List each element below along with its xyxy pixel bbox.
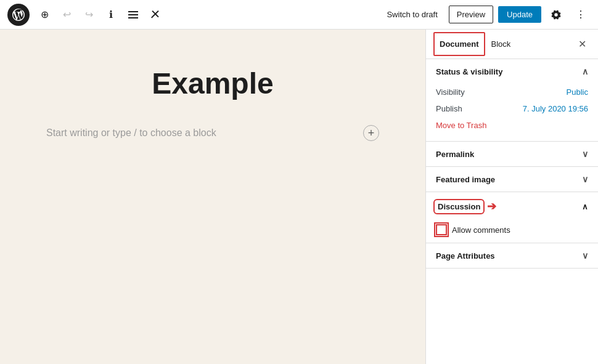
visibility-row: Visibility Public (436, 84, 588, 100)
publish-value[interactable]: 7. July 2020 19:56 (523, 104, 588, 113)
permalink-section: Permalink ∨ (426, 142, 598, 167)
visibility-label: Visibility (436, 87, 567, 97)
toolbar-icons: ⊕ ↩ ↪ ℹ (35, 5, 375, 25)
allow-comments-label: Allow comments (452, 225, 510, 235)
settings-button[interactable] (546, 5, 566, 25)
tab-document[interactable]: Document (433, 32, 485, 56)
discussion-chevron-icon: ∧ (582, 202, 588, 211)
featured-image-title: Featured image (436, 175, 495, 184)
editor-area[interactable]: Example Start writing or type / to choos… (0, 30, 425, 364)
sidebar-close-button[interactable]: ✕ (573, 36, 591, 53)
switch-to-draft-button[interactable]: Switch to draft (380, 6, 443, 23)
allow-comments-checkbox[interactable] (436, 224, 447, 235)
wp-logo-icon (12, 9, 25, 21)
topbar: ⊕ ↩ ↪ ℹ Switch to draft Preview Update ⋮ (0, 0, 598, 30)
topbar-right: Switch to draft Preview Update ⋮ (380, 5, 591, 25)
discussion-section: Discussion ➔ ∧ Allow comments (426, 192, 598, 243)
update-button[interactable]: Update (498, 6, 541, 23)
sidebar: Document Block ✕ Status & visibility ∧ V… (425, 30, 598, 364)
permalink-chevron-icon: ∨ (582, 149, 588, 159)
permalink-title: Permalink (436, 150, 474, 159)
featured-image-section: Featured image ∨ (426, 167, 598, 192)
status-visibility-title: Status & visibility (436, 67, 502, 76)
status-visibility-section: Status & visibility ∧ Visibility Public … (426, 59, 598, 142)
status-visibility-body: Visibility Public Publish 7. July 2020 1… (426, 84, 598, 141)
editor-placeholder-row: Start writing or type / to choose a bloc… (46, 125, 379, 141)
move-to-trash-link[interactable]: Move to Trash (436, 117, 588, 134)
page-attributes-section: Page Attributes ∨ (426, 243, 598, 269)
wp-logo (7, 4, 30, 26)
svg-rect-1 (128, 14, 138, 15)
discussion-arrow-icon: ➔ (487, 200, 496, 213)
undo-button[interactable]: ↩ (57, 5, 76, 25)
tab-block[interactable]: Block (485, 32, 517, 56)
status-visibility-header[interactable]: Status & visibility ∧ (426, 59, 598, 84)
featured-image-chevron-icon: ∨ (582, 174, 588, 184)
page-attributes-title: Page Attributes (436, 251, 495, 261)
post-title[interactable]: Example (152, 67, 273, 100)
status-visibility-chevron-icon: ∧ (582, 67, 588, 76)
permalink-header[interactable]: Permalink ∨ (426, 142, 598, 166)
add-block-inline-button[interactable]: + (363, 125, 379, 141)
page-attributes-chevron-icon: ∨ (582, 251, 588, 261)
featured-image-header[interactable]: Featured image ∨ (426, 167, 598, 192)
redo-button[interactable]: ↪ (79, 5, 99, 25)
allow-comments-row: Allow comments (426, 220, 598, 243)
svg-rect-2 (128, 17, 138, 18)
page-attributes-header[interactable]: Page Attributes ∨ (426, 243, 598, 268)
tools-icon (150, 10, 160, 20)
add-block-button[interactable]: ⊕ (35, 5, 54, 25)
discussion-title: Discussion (436, 201, 482, 212)
settings-gear-icon (551, 9, 562, 20)
discussion-header[interactable]: Discussion ➔ ∧ (426, 192, 598, 220)
preview-button[interactable]: Preview (449, 6, 493, 23)
more-options-button[interactable]: ⋮ (571, 5, 591, 25)
visibility-value[interactable]: Public (567, 87, 588, 97)
publish-row: Publish 7. July 2020 19:56 (436, 100, 588, 117)
list-view-icon (128, 10, 138, 20)
info-button[interactable]: ℹ (101, 5, 121, 25)
svg-rect-0 (128, 11, 138, 12)
placeholder-text: Start writing or type / to choose a bloc… (46, 127, 216, 139)
publish-label: Publish (436, 104, 523, 113)
main-layout: Example Start writing or type / to choos… (0, 30, 598, 364)
sidebar-tabs: Document Block ✕ (426, 30, 598, 59)
tools-button[interactable] (145, 5, 165, 25)
list-view-button[interactable] (123, 5, 143, 25)
